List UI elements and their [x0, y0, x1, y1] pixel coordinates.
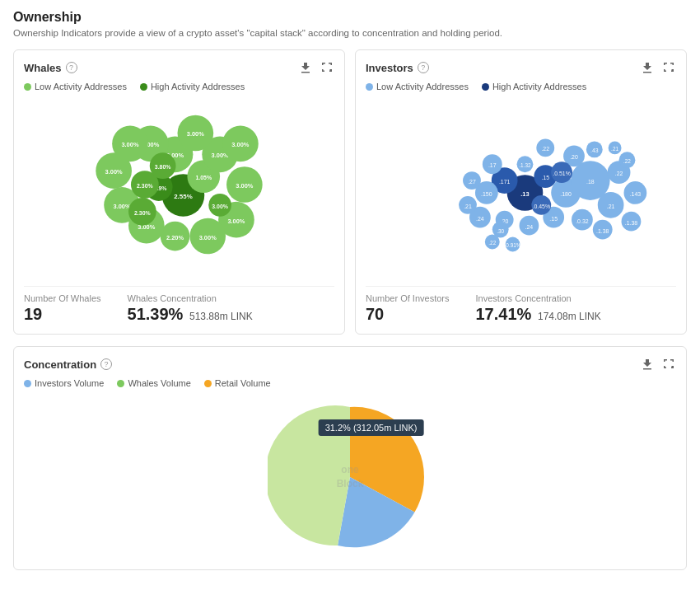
investors-count-value: 70 [366, 305, 449, 324]
investors-concentration-value: 17.41% [475, 305, 531, 323]
concentration-panel: Concentration ? Investors Volume Whales … [13, 346, 687, 570]
svg-text:2.20%: 2.20% [166, 234, 184, 241]
svg-text:.171: .171 [499, 179, 511, 185]
investors-expand-button[interactable] [661, 60, 676, 75]
investors-bubble-chart: oneBlock .13 .171 .15 .180 .15 [366, 98, 676, 279]
investors-high-label: High Activity Addresses [492, 82, 586, 91]
svg-text:3.80%: 3.80% [155, 164, 171, 170]
svg-text:3.00%: 3.00% [236, 182, 253, 190]
whales-concentration-value: 51.39% [128, 305, 184, 323]
investors-title: Investors [366, 62, 413, 74]
svg-text:.1.38: .1.38 [625, 220, 638, 226]
investors-legend-high: High Activity Addresses [482, 82, 586, 91]
svg-text:.43: .43 [590, 147, 599, 153]
whales-low-label: Low Activity Addresses [35, 82, 127, 91]
whales-count-value: 19 [24, 305, 101, 324]
investors-high-dot [482, 83, 489, 91]
whales-count-stat: Number Of Whales 19 [24, 293, 101, 324]
svg-text:.13: .13 [520, 190, 529, 198]
investors-concentration-sub: 174.08m LINK [538, 311, 601, 322]
svg-text:3.00%: 3.00% [105, 168, 123, 176]
investors-legend: Low Activity Addresses High Activity Add… [366, 82, 676, 91]
whales-concentration-sub: 513.88m LINK [189, 311, 253, 322]
svg-text:.15: .15 [541, 175, 549, 180]
top-panels-row: Whales ? Low Activity Addresses [13, 49, 687, 335]
svg-text:.24: .24 [476, 216, 484, 222]
whales-actions [298, 60, 334, 75]
whales-stats: Number Of Whales 19 Whales Concentration… [24, 286, 334, 324]
investors-info-icon[interactable]: ? [418, 62, 429, 73]
svg-text:3.00%: 3.00% [212, 204, 228, 209]
investors-title-row: Investors ? [366, 62, 429, 74]
svg-text:2.55%: 2.55% [174, 193, 192, 200]
concentration-retail-dot [204, 380, 212, 387]
svg-text:3.00%: 3.00% [187, 131, 204, 138]
svg-text:.27: .27 [468, 179, 476, 185]
concentration-retail-label: Retail Volume [215, 378, 271, 388]
whales-concentration-stat: Whales Concentration 51.39% 513.88m LINK [128, 293, 253, 324]
concentration-title: Concentration [24, 358, 96, 371]
concentration-whales-dot [117, 380, 124, 387]
svg-text:3.00%: 3.00% [114, 203, 131, 210]
whales-high-dot [140, 83, 147, 91]
whales-panel-header: Whales ? [24, 60, 334, 75]
whales-legend: Low Activity Addresses High Activity Add… [24, 82, 334, 91]
svg-text:.21: .21 [464, 204, 472, 209]
whales-download-button[interactable] [298, 60, 313, 75]
investors-concentration-row: 17.41% 174.08m LINK [475, 305, 600, 324]
concentration-investors-dot [24, 380, 31, 387]
concentration-panel-header: Concentration ? [24, 357, 676, 372]
concentration-tooltip: 31.2% (312.05m LINK) [319, 419, 424, 436]
concentration-download-button[interactable] [640, 357, 655, 372]
whales-concentration-label: Whales Concentration [128, 293, 253, 303]
whales-expand-button[interactable] [320, 60, 334, 75]
investors-count-stat: Number Of Investors 70 [366, 293, 449, 324]
whales-concentration-row: 51.39% 513.88m LINK [128, 305, 253, 324]
concentration-chart: 31.2% (312.05m LINK) one Block [24, 395, 676, 560]
concentration-legend-investors: Investors Volume [24, 378, 104, 388]
svg-text:1.05%: 1.05% [195, 175, 212, 180]
whales-high-label: High Activity Addresses [151, 82, 245, 91]
concentration-legend: Investors Volume Whales Volume Retail Vo… [24, 378, 676, 388]
investors-count-label: Number Of Investors [366, 293, 449, 303]
svg-text:.0.45%: .0.45% [532, 204, 550, 209]
svg-text:.18: .18 [586, 179, 595, 185]
svg-text:.180: .180 [560, 191, 572, 197]
svg-text:3.00%: 3.00% [199, 234, 217, 241]
svg-text:.143: .143 [630, 191, 642, 197]
whales-panel: Whales ? Low Activity Addresses [13, 49, 345, 335]
svg-text:.24: .24 [525, 224, 534, 230]
whales-low-dot [24, 83, 31, 91]
svg-text:3.00%: 3.00% [121, 141, 138, 148]
concentration-legend-whales: Whales Volume [117, 378, 190, 388]
concentration-whales-label: Whales Volume [128, 378, 190, 388]
whales-legend-low: Low Activity Addresses [24, 82, 127, 91]
svg-text:2.30%: 2.30% [137, 183, 153, 189]
concentration-investors-label: Investors Volume [35, 378, 104, 388]
page-title: Ownership [13, 10, 687, 25]
whales-count-label: Number Of Whales [24, 293, 101, 303]
investors-legend-low: Low Activity Addresses [366, 82, 469, 91]
investors-download-button[interactable] [640, 60, 655, 75]
concentration-title-row: Concentration ? [24, 358, 112, 371]
svg-text:3.00%: 3.00% [231, 141, 249, 148]
whales-title: Whales [24, 62, 62, 74]
svg-text:.1.38: .1.38 [596, 228, 609, 234]
concentration-actions [640, 357, 676, 372]
svg-text:.22: .22 [541, 146, 549, 152]
whales-info-icon[interactable]: ? [66, 62, 77, 73]
whales-svg: oneBlock 2.55% 1.19% 1.05% 3.00% 3.00% [24, 98, 334, 279]
whales-bubble-chart: oneBlock 2.55% 1.19% 1.05% 3.00% 3.00% [24, 98, 334, 279]
svg-text:one: one [341, 464, 359, 475]
svg-text:.0.51%: .0.51% [553, 171, 571, 176]
concentration-expand-button[interactable] [661, 357, 676, 372]
svg-text:.17: .17 [488, 162, 497, 168]
page-container: Ownership Ownership Indicators provide a… [0, 0, 700, 580]
svg-text:3.00%: 3.00% [227, 218, 245, 225]
svg-text:.21: .21 [611, 146, 618, 152]
investors-panel: Investors ? Low Activity Addresses [355, 49, 687, 335]
concentration-info-icon[interactable]: ? [100, 358, 112, 370]
investors-panel-header: Investors ? [366, 60, 676, 75]
svg-text:.15: .15 [549, 216, 558, 222]
svg-text:.20: .20 [570, 154, 578, 160]
